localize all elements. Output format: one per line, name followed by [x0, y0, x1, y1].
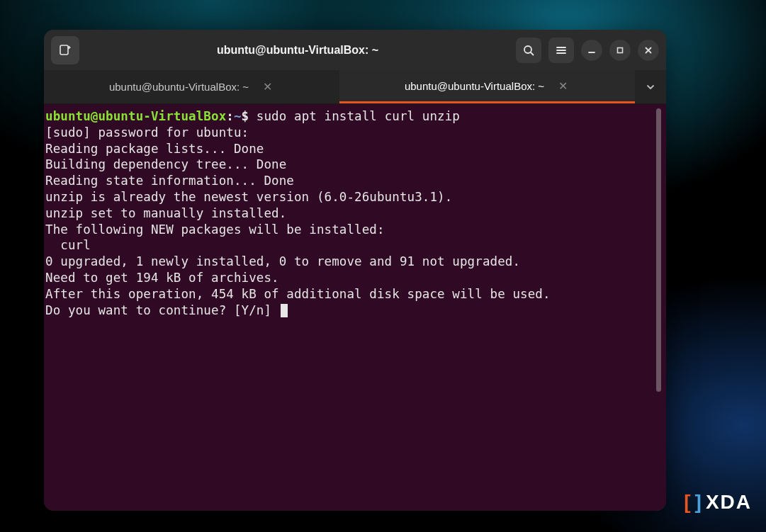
terminal-body[interactable]: ubuntu@ubuntu-VirtualBox:~$ sudo apt ins… [44, 104, 666, 511]
output-line: Need to get 194 kB of archives. [45, 271, 279, 285]
minimize-icon [587, 46, 596, 55]
search-icon [523, 45, 534, 56]
maximize-button[interactable] [609, 40, 631, 61]
xda-watermark: [] XDA [684, 491, 752, 514]
tab-label: ubuntu@ubuntu-VirtualBox: ~ [405, 80, 544, 92]
output-line: unzip is already the newest version (6.0… [45, 190, 452, 204]
terminal-tab-0[interactable]: ubuntu@ubuntu-VirtualBox: ~ ✕ [44, 70, 339, 103]
output-line: The following NEW packages will be insta… [45, 222, 385, 237]
scrollbar-thumb[interactable] [656, 108, 661, 392]
minimize-button[interactable] [581, 40, 602, 61]
tab-label: ubuntu@ubuntu-VirtualBox: ~ [109, 81, 249, 93]
output-line: unzip set to manually installed. [45, 206, 286, 220]
prompt-path: ~ [234, 109, 242, 123]
prompt-user: ubuntu@ubuntu-VirtualBox [45, 109, 226, 123]
tab-bar: ubuntu@ubuntu-VirtualBox: ~ ✕ ubuntu@ubu… [44, 70, 666, 104]
svg-rect-0 [60, 45, 68, 55]
output-line: curl [45, 238, 91, 252]
bracket-right-icon: ] [695, 491, 703, 514]
svg-rect-7 [618, 47, 623, 52]
output-line: Reading package lists... Done [45, 142, 264, 156]
terminal-window: ubuntu@ubuntu-VirtualBox: ~ [44, 30, 666, 511]
terminal-output: ubuntu@ubuntu-VirtualBox:~$ sudo apt ins… [45, 108, 655, 506]
output-line: Building dependency tree... Done [45, 157, 286, 171]
output-line: 0 upgraded, 1 newly installed, 0 to remo… [45, 254, 520, 268]
output-line: [sudo] password for ubuntu: [45, 125, 249, 140]
prompt-colon: : [226, 109, 234, 123]
terminal-tab-1[interactable]: ubuntu@ubuntu-VirtualBox: ~ ✕ [339, 70, 635, 103]
tab-close-button[interactable]: ✕ [556, 79, 570, 93]
prompt-dollar: $ [242, 109, 257, 123]
terminal-scrollbar[interactable] [655, 108, 662, 506]
close-button[interactable] [638, 40, 659, 61]
new-tab-button[interactable] [51, 36, 79, 64]
watermark-text: XDA [706, 491, 752, 514]
maximize-icon [616, 46, 624, 55]
new-tab-icon [59, 44, 72, 57]
bracket-left-icon: [ [684, 491, 692, 514]
window-title: ubuntu@ubuntu-VirtualBox: ~ [84, 44, 512, 57]
chevron-down-icon [646, 82, 655, 92]
output-line: Reading state information... Done [45, 174, 294, 188]
svg-line-2 [531, 52, 534, 55]
prompt-command: sudo apt install curl unzip [257, 109, 460, 123]
output-line: Do you want to continue? [Y/n] [45, 303, 279, 317]
output-line: After this operation, 454 kB of addition… [45, 287, 551, 301]
window-titlebar: ubuntu@ubuntu-VirtualBox: ~ [44, 30, 666, 70]
tab-dropdown-button[interactable] [635, 70, 666, 103]
hamburger-icon [556, 45, 567, 56]
menu-button[interactable] [548, 38, 574, 63]
text-cursor [281, 304, 288, 317]
close-icon [644, 46, 653, 55]
tab-close-button[interactable]: ✕ [260, 80, 274, 94]
search-button[interactable] [516, 38, 541, 63]
